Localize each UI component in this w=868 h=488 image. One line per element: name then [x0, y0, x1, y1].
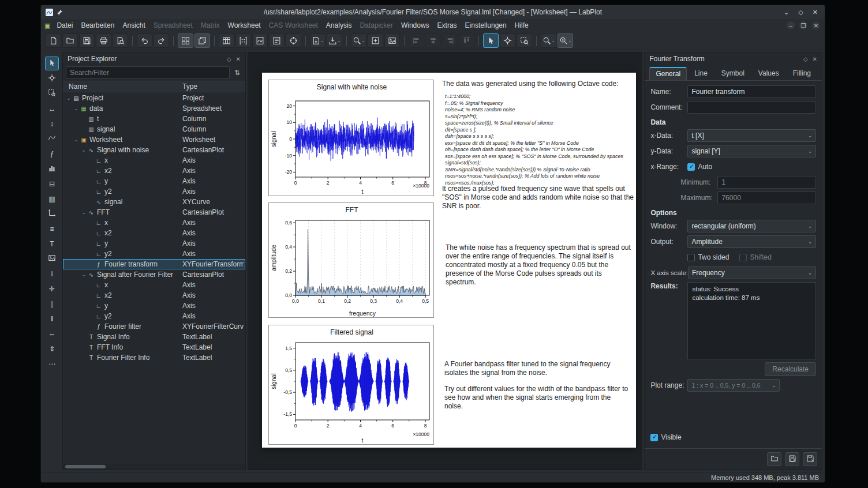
plot-fft[interactable]: 0,00,10,20,30,40,50,00,20,40,6FFTamplitu… [268, 202, 434, 318]
import-button[interactable]: ⌄ [327, 33, 342, 48]
scrollbar-handle[interactable] [65, 465, 106, 468]
crosshair-tool[interactable] [45, 72, 59, 85]
add-axis-tool[interactable] [45, 207, 59, 220]
close-panel-icon[interactable]: ✕ [813, 56, 817, 62]
window-select[interactable]: rectangular (uniform) ⌄ [687, 220, 816, 232]
float-panel-icon[interactable]: ◇ [803, 56, 808, 62]
add-info-element-tool[interactable]: i [45, 266, 59, 280]
menu-worksheet[interactable]: Worksheet [224, 20, 265, 31]
expander-icon[interactable]: ⌄ [80, 148, 87, 153]
two-sided-checkbox[interactable] [687, 254, 695, 261]
tree-item-project[interactable]: ⌄▤ProjectProject [63, 93, 245, 103]
menu-hilfe[interactable]: Hilfe [511, 20, 533, 31]
save-config-button[interactable] [785, 452, 799, 466]
fit-page-button[interactable] [368, 33, 383, 48]
zoom-select-tool[interactable] [45, 87, 59, 100]
filter-options-icon[interactable]: ⇅ [232, 69, 242, 77]
tree-column-header[interactable]: Name Type [63, 81, 245, 92]
scale-auto-x-tool[interactable]: ⇔ [45, 326, 59, 340]
add-reference-line-tool[interactable]: | [45, 296, 59, 310]
search-input[interactable] [66, 66, 230, 79]
zoom-fit-button[interactable]: ⌄ [541, 33, 556, 48]
tree-item-x[interactable]: ∟xAxis [63, 155, 245, 166]
recalculate-button[interactable]: Recalculate [765, 362, 816, 376]
tree-item-y2[interactable]: ∟y2Axis [63, 249, 245, 259]
tree-item-x[interactable]: ∟xAxis [63, 280, 245, 290]
add-barplot-tool[interactable]: ▥ [45, 192, 59, 205]
tree-item-signal[interactable]: ∿signalXYCurve [63, 197, 245, 207]
titlebar[interactable]: /usr/share/labplot2/examples/Analysis/Fo… [41, 5, 825, 19]
print-button[interactable] [96, 33, 111, 48]
save-file-button[interactable] [79, 33, 95, 48]
visible-checkbox[interactable] [650, 434, 658, 441]
export-image-button[interactable] [384, 33, 400, 48]
new-datapicker-button[interactable] [286, 33, 301, 48]
add-curve-tool[interactable] [45, 132, 59, 145]
plot-signal-with-noise[interactable]: 0246820100-10-20Signal with white noises… [268, 80, 434, 196]
horizontal-scrollbar[interactable] [63, 464, 245, 470]
float-panel-icon[interactable]: ◇ [227, 56, 231, 62]
menu-datei[interactable]: Datei [53, 20, 77, 31]
close-button[interactable]: ✕ [813, 9, 818, 16]
tab-symbol[interactable]: Symbol [715, 67, 751, 80]
menu-bearbeiten[interactable]: Bearbeiten [77, 20, 118, 31]
maximum-input[interactable] [717, 192, 816, 204]
open-file-button[interactable] [62, 33, 78, 48]
new-worksheet-button[interactable] [252, 33, 268, 48]
tab-line[interactable]: Line [688, 67, 714, 80]
expander-icon[interactable]: ⌄ [65, 96, 72, 101]
y-data-select[interactable]: signal [Y] ⌄ [687, 145, 816, 157]
add-legend-tool[interactable]: ≡ [45, 222, 59, 235]
tree-item-y[interactable]: ∟yAxis [63, 176, 245, 186]
zoom-button[interactable]: ⌄ [351, 33, 366, 48]
tree-item-fourier-transform[interactable]: ƒFourier transformXYFourierTransformCurv… [63, 259, 245, 269]
tree-item-signal-after-fourier-filter[interactable]: ⌄∿Signal after Fourier FilterCartesianPl… [63, 269, 245, 280]
crosshair-mode-button[interactable] [500, 33, 515, 48]
redo-button[interactable] [154, 33, 169, 48]
tree-item-data[interactable]: ⌄▦dataSpreadsheet [63, 103, 245, 114]
x-data-select[interactable]: t [X] ⌄ [687, 129, 816, 142]
add-equation-curve-tool[interactable]: ƒ [45, 147, 59, 160]
child-minimize-button[interactable]: – [787, 21, 795, 29]
name-input[interactable] [687, 85, 816, 98]
child-restore-button[interactable]: ❐ [799, 21, 807, 29]
new-notebook-button[interactable] [269, 33, 285, 48]
add-histogram-tool[interactable] [45, 162, 59, 175]
new-live-data-button[interactable]: ⌄ [310, 33, 326, 48]
select-tool[interactable] [45, 57, 59, 70]
magnification-button[interactable]: ⌄ [558, 33, 573, 48]
results-box[interactable]: status: Success calculation time: 87 ms [687, 282, 816, 359]
scale-auto-y-tool[interactable]: ⇕ [45, 341, 59, 355]
tree-item-y2[interactable]: ∟y2Axis [63, 311, 245, 321]
zoom-select-mode-button[interactable] [517, 33, 532, 48]
zoom-x-select-tool[interactable]: ↔ [45, 102, 59, 115]
tab-values[interactable]: Values [752, 67, 785, 80]
x-range-auto-checkbox[interactable] [687, 163, 695, 171]
tree-item-signal-with-noise[interactable]: ⌄∿Signal with noiseCartesianPlot [63, 145, 245, 155]
print-preview-button[interactable] [113, 33, 128, 48]
tree-item-y[interactable]: ∟yAxis [63, 238, 245, 249]
x-axis-scale-select[interactable]: Frequency ⌄ [688, 266, 816, 279]
tree-item-x2[interactable]: ∟x2Axis [63, 166, 245, 176]
tree-item-fft-info[interactable]: TFFT InfoTextLabel [63, 342, 245, 352]
tree-item-fourier-filter-info[interactable]: TFourier Filter InfoTextLabel [63, 352, 245, 363]
add-image-tool[interactable] [45, 251, 59, 265]
tree-item-y[interactable]: ∟yAxis [63, 301, 245, 311]
menu-analysis[interactable]: Analysis [322, 20, 356, 31]
expander-icon[interactable]: ⌄ [80, 272, 87, 277]
more-tools[interactable]: ⋯ [45, 356, 59, 370]
tile-windows-button[interactable] [178, 33, 193, 48]
output-select[interactable]: Amplitude ⌄ [687, 235, 816, 248]
add-text-label-tool[interactable]: T [45, 237, 59, 250]
load-config-button[interactable] [767, 452, 781, 466]
tree-item-x2[interactable]: ∟x2Axis [63, 290, 245, 301]
new-matrix-button[interactable] [235, 33, 251, 48]
expander-icon[interactable]: ⌄ [80, 210, 87, 215]
cascade-windows-button[interactable] [194, 33, 210, 48]
tree-item-x[interactable]: ∟xAxis [63, 217, 245, 228]
tree-item-t[interactable]: ▥tColumn [63, 114, 245, 124]
tree-item-signal[interactable]: ▥signalColumn [63, 124, 245, 134]
menu-windows[interactable]: Windows [397, 20, 433, 31]
plot-range-select[interactable]: 1 : x = 0 .. 0,5, y = 0 .. 0,6 ⌄ [687, 379, 780, 392]
tab-general[interactable]: General [649, 67, 687, 80]
